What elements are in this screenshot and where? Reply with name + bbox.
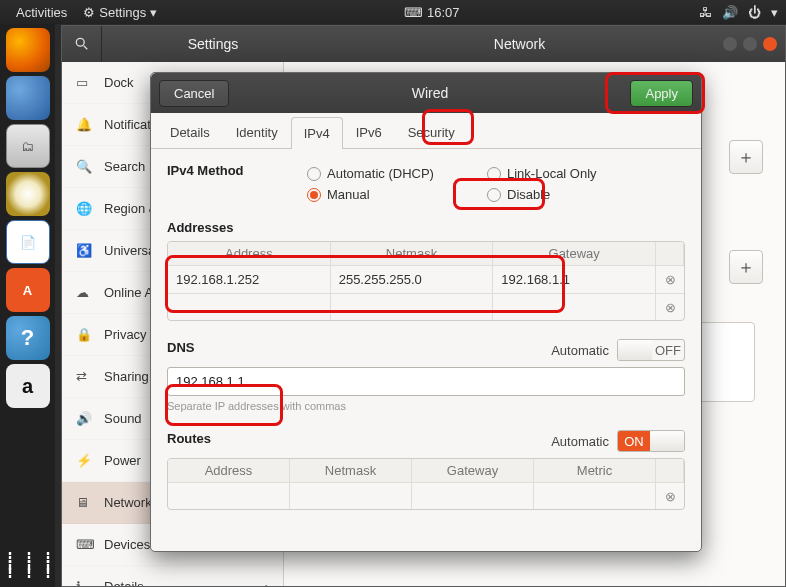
- address-row: 192.168.1.252 255.255.255.0 192.168.1.1 …: [168, 265, 684, 293]
- radio-manual[interactable]: Manual: [307, 187, 487, 202]
- settings-title: Settings: [102, 36, 324, 52]
- search-button[interactable]: [62, 26, 102, 62]
- window-close-icon[interactable]: [763, 37, 777, 51]
- col-address: Address: [168, 242, 331, 265]
- panel-title: Network: [324, 36, 715, 52]
- address-input[interactable]: 192.168.1.252: [168, 266, 331, 293]
- netmask-input[interactable]: [331, 294, 494, 320]
- window-minimize-icon[interactable]: [723, 37, 737, 51]
- activities-button[interactable]: Activities: [8, 5, 75, 20]
- libreoffice-writer-icon[interactable]: 📄: [6, 220, 50, 264]
- search-icon: [75, 37, 89, 51]
- delete-row-button[interactable]: ⊗: [656, 489, 684, 504]
- thunderbird-icon[interactable]: [6, 76, 50, 120]
- gateway-input[interactable]: 192.168.1.1: [493, 266, 656, 293]
- amazon-icon[interactable]: a: [6, 364, 50, 408]
- route-metric-input[interactable]: [534, 483, 656, 509]
- close-icon: ⊗: [665, 272, 676, 287]
- add-wired-button[interactable]: ＋: [729, 140, 763, 174]
- window-maximize-icon[interactable]: [743, 37, 757, 51]
- sound-icon: 🔊: [76, 411, 92, 426]
- dns-hint: Separate IP addresses with commas: [167, 400, 685, 412]
- share-icon: ⇄: [76, 369, 92, 384]
- power-icon: ⚡: [76, 453, 92, 468]
- col-gateway: Gateway: [493, 242, 656, 265]
- tab-identity[interactable]: Identity: [223, 116, 291, 148]
- sidebar-item-details[interactable]: ℹDetails›: [62, 566, 283, 586]
- app-menu[interactable]: ⚙ Settings ▾: [75, 5, 165, 20]
- tab-ipv6[interactable]: IPv6: [343, 116, 395, 148]
- radio-icon: [307, 188, 321, 202]
- address-input[interactable]: [168, 294, 331, 320]
- lock-icon: 🔒: [76, 327, 92, 342]
- add-vpn-button[interactable]: ＋: [729, 250, 763, 284]
- addresses-title: Addresses: [167, 220, 685, 235]
- switch-knob: [618, 340, 652, 360]
- close-icon: ⊗: [665, 300, 676, 315]
- dialog-title: Wired: [237, 85, 622, 101]
- close-icon: ⊗: [665, 489, 676, 504]
- radio-automatic-dhcp[interactable]: Automatic (DHCP): [307, 166, 487, 181]
- routes-title: Routes: [167, 431, 211, 446]
- radio-icon: [487, 167, 501, 181]
- tab-security[interactable]: Security: [395, 116, 468, 148]
- address-row-empty: ⊗: [168, 293, 684, 320]
- cloud-icon: ☁: [76, 285, 92, 300]
- chevron-right-icon: ›: [265, 579, 269, 586]
- info-icon: ℹ: [76, 579, 92, 586]
- dns-automatic-toggle[interactable]: OFF: [617, 339, 685, 361]
- help-icon[interactable]: ?: [6, 316, 50, 360]
- dialog-tabs: Details Identity IPv4 IPv6 Security: [151, 113, 701, 149]
- dns-servers-input[interactable]: 192.168.1.1: [167, 367, 685, 396]
- sound-indicator-icon[interactable]: 🔊: [722, 5, 738, 20]
- gear-icon: ⚙: [83, 5, 95, 20]
- radio-icon: [487, 188, 501, 202]
- devices-icon: ⌨: [76, 537, 92, 552]
- top-panel: Activities ⚙ Settings ▾ ⌨ 16:07 🖧 🔊 ⏻ ▾: [0, 0, 786, 24]
- settings-headerbar: Settings Network: [62, 26, 785, 62]
- route-netmask-input[interactable]: [290, 483, 412, 509]
- svg-line-1: [83, 46, 87, 50]
- network-icon: 🖥: [76, 495, 92, 510]
- routes-automatic-label: Automatic: [551, 434, 609, 449]
- tab-ipv4[interactable]: IPv4: [291, 117, 343, 149]
- network-indicator-icon[interactable]: 🖧: [699, 5, 712, 20]
- col-gateway: Gateway: [412, 459, 534, 482]
- cancel-button[interactable]: Cancel: [159, 80, 229, 107]
- dock-icon: ▭: [76, 75, 92, 90]
- search-icon: 🔍: [76, 159, 92, 174]
- connection-editor-dialog: Cancel Wired Apply Details Identity IPv4…: [150, 72, 702, 552]
- rhythmbox-icon[interactable]: [6, 172, 50, 216]
- ipv4-pane: IPv4 Method Automatic (DHCP) Link-Local …: [151, 149, 701, 551]
- netmask-input[interactable]: 255.255.255.0: [331, 266, 494, 293]
- delete-row-button[interactable]: ⊗: [656, 272, 684, 287]
- col-metric: Metric: [534, 459, 656, 482]
- route-row-empty: ⊗: [168, 482, 684, 509]
- col-netmask: Netmask: [331, 242, 494, 265]
- switch-knob: [650, 431, 684, 451]
- radio-link-local[interactable]: Link-Local Only: [487, 166, 667, 181]
- tab-details[interactable]: Details: [157, 116, 223, 148]
- ubuntu-software-icon[interactable]: A: [6, 268, 50, 312]
- col-address: Address: [168, 459, 290, 482]
- accessibility-icon: ♿: [76, 243, 92, 258]
- ipv4-method-label: IPv4 Method: [167, 163, 307, 178]
- gateway-input[interactable]: [493, 294, 656, 320]
- power-indicator-icon[interactable]: ⏻: [748, 5, 761, 20]
- caret-down-icon[interactable]: ▾: [771, 5, 778, 20]
- clock[interactable]: ⌨ 16:07: [165, 5, 699, 20]
- dns-automatic-label: Automatic: [551, 343, 609, 358]
- delete-row-button[interactable]: ⊗: [656, 300, 684, 315]
- bell-icon: 🔔: [76, 117, 92, 132]
- show-apps-icon[interactable]: ⋮⋮⋮⋮⋮⋮⋮⋮⋮: [6, 543, 50, 587]
- apply-button[interactable]: Apply: [630, 80, 693, 107]
- files-icon[interactable]: 🗂: [6, 124, 50, 168]
- firefox-icon[interactable]: [6, 28, 50, 72]
- route-address-input[interactable]: [168, 483, 290, 509]
- globe-icon: 🌐: [76, 201, 92, 216]
- keyboard-icon: ⌨: [404, 5, 423, 20]
- dns-title: DNS: [167, 340, 194, 355]
- routes-automatic-toggle[interactable]: ON: [617, 430, 685, 452]
- route-gateway-input[interactable]: [412, 483, 534, 509]
- radio-disable[interactable]: Disable: [487, 187, 667, 202]
